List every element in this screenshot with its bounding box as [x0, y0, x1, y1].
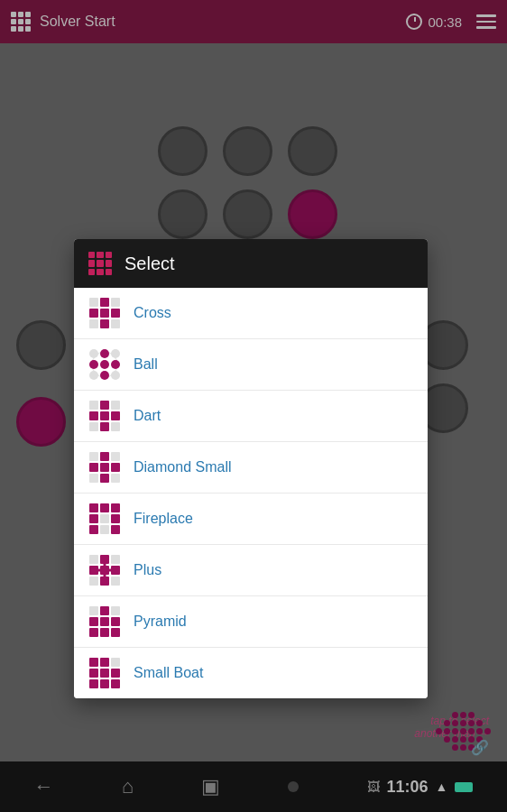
- dialog-icon: [88, 252, 112, 275]
- small-boat-icon: [88, 657, 121, 689]
- svg-rect-71: [89, 679, 98, 688]
- pyramid-label: Pyramid: [134, 614, 187, 630]
- fireplace-icon: [88, 503, 121, 535]
- svg-rect-39: [111, 503, 120, 512]
- cross-label: Cross: [134, 305, 171, 321]
- svg-rect-10: [100, 349, 109, 358]
- svg-rect-43: [111, 525, 120, 534]
- ball-icon: [88, 348, 121, 381]
- svg-rect-4: [100, 319, 109, 328]
- svg-rect-74: [111, 658, 120, 667]
- svg-rect-61: [89, 628, 98, 637]
- svg-rect-53: [89, 555, 98, 564]
- list-item-diamond-small[interactable]: Diamond Small: [74, 442, 428, 494]
- svg-rect-63: [111, 628, 120, 637]
- plus-icon: [88, 554, 121, 586]
- svg-rect-2: [100, 309, 109, 318]
- svg-rect-27: [111, 422, 120, 431]
- svg-rect-68: [89, 669, 98, 678]
- select-dialog: Select Cross: [74, 239, 428, 698]
- svg-rect-16: [111, 349, 120, 358]
- svg-rect-3: [111, 309, 120, 318]
- svg-rect-37: [89, 503, 98, 512]
- svg-rect-69: [100, 669, 109, 678]
- svg-rect-18: [111, 371, 120, 380]
- svg-rect-13: [111, 360, 120, 369]
- svg-rect-19: [100, 401, 109, 410]
- dialog-title: Select: [124, 254, 175, 274]
- svg-rect-62: [100, 628, 109, 637]
- svg-rect-1: [89, 309, 98, 318]
- svg-rect-6: [111, 298, 120, 307]
- svg-rect-55: [89, 577, 98, 586]
- diamond-small-label: Diamond Small: [134, 459, 231, 475]
- svg-rect-59: [100, 617, 109, 626]
- svg-rect-30: [100, 463, 109, 472]
- svg-rect-28: [100, 452, 109, 461]
- svg-rect-12: [100, 360, 109, 369]
- dart-label: Dart: [134, 408, 161, 424]
- svg-rect-60: [111, 617, 120, 626]
- svg-rect-73: [111, 679, 120, 688]
- svg-rect-67: [100, 658, 109, 667]
- svg-rect-31: [111, 463, 120, 472]
- svg-rect-72: [100, 679, 109, 688]
- svg-rect-34: [111, 452, 120, 461]
- svg-rect-14: [100, 371, 109, 380]
- svg-rect-57: [100, 606, 109, 615]
- plus-label: Plus: [134, 562, 161, 578]
- svg-rect-7: [89, 319, 98, 328]
- cross-icon: [88, 297, 121, 329]
- svg-rect-40: [89, 514, 98, 523]
- svg-rect-42: [89, 525, 98, 534]
- svg-rect-5: [89, 298, 98, 307]
- list-item-dart[interactable]: Dart: [74, 391, 428, 442]
- svg-rect-24: [89, 401, 98, 410]
- svg-rect-29: [89, 463, 98, 472]
- svg-rect-22: [111, 411, 120, 420]
- svg-rect-23: [100, 422, 109, 431]
- svg-rect-17: [89, 371, 98, 380]
- svg-rect-21: [100, 411, 109, 420]
- fireplace-label: Fireplace: [134, 511, 193, 527]
- svg-rect-8: [111, 319, 120, 328]
- dialog-list: Cross Ball: [74, 288, 428, 698]
- svg-rect-33: [89, 452, 98, 461]
- svg-rect-15: [89, 349, 98, 358]
- ball-label: Ball: [134, 356, 158, 373]
- svg-rect-20: [89, 411, 98, 420]
- dart-icon: [88, 400, 121, 432]
- svg-rect-65: [111, 606, 120, 615]
- svg-rect-56: [111, 577, 120, 586]
- svg-rect-36: [111, 474, 120, 483]
- svg-rect-0: [100, 298, 109, 307]
- diamond-small-icon: [88, 451, 121, 484]
- list-item-cross[interactable]: Cross: [74, 288, 428, 339]
- svg-rect-44: [100, 514, 109, 523]
- small-boat-label: Small Boat: [134, 665, 203, 681]
- svg-rect-70: [111, 669, 120, 678]
- dialog-header: Select: [74, 239, 428, 288]
- list-item-ball[interactable]: Ball: [74, 339, 428, 391]
- svg-rect-66: [89, 658, 98, 667]
- svg-rect-45: [100, 525, 109, 534]
- svg-rect-26: [89, 422, 98, 431]
- svg-rect-58: [89, 617, 98, 626]
- pyramid-icon: [88, 605, 121, 638]
- svg-rect-38: [100, 503, 109, 512]
- svg-rect-32: [100, 474, 109, 483]
- list-item-pyramid[interactable]: Pyramid: [74, 596, 428, 648]
- svg-rect-54: [111, 555, 120, 564]
- list-item-fireplace[interactable]: Fireplace: [74, 494, 428, 545]
- svg-rect-11: [89, 360, 98, 369]
- svg-rect-25: [111, 401, 120, 410]
- list-item-plus[interactable]: Plus: [74, 545, 428, 596]
- svg-rect-41: [111, 514, 120, 523]
- svg-rect-64: [89, 606, 98, 615]
- svg-rect-35: [89, 474, 98, 483]
- list-item-small-boat[interactable]: Small Boat: [74, 648, 428, 698]
